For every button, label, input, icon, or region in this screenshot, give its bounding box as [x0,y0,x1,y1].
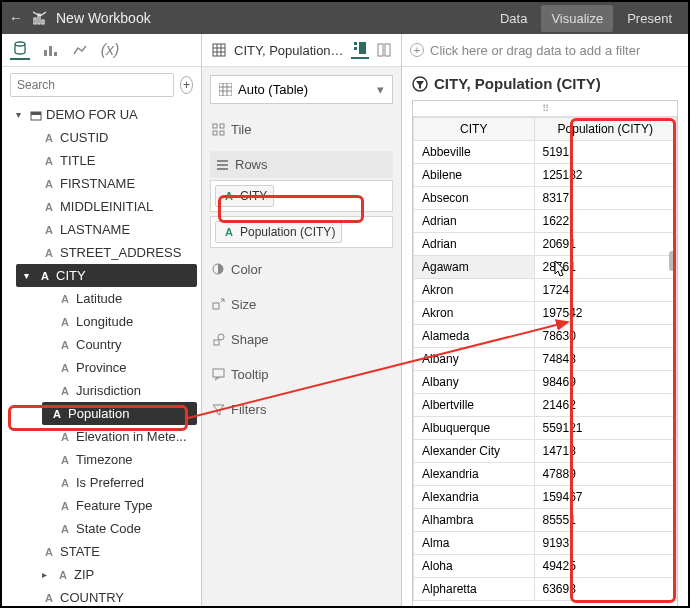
filter-drop-zone[interactable]: + Click here or drag data to add a filte… [402,34,688,67]
config-panel: CITY, Population (CI... Auto (Table)▾ Ti… [202,34,402,608]
data-table: CITY Population (CITY) Abbeville5191Abil… [413,117,677,601]
layout2-icon[interactable] [375,41,393,59]
filter-icon [412,76,428,92]
field-is-preferred[interactable]: AIs Preferred [2,471,201,494]
bar-mode-icon[interactable] [40,40,60,60]
line-mode-icon[interactable] [70,40,90,60]
svg-rect-15 [220,131,224,135]
table-row[interactable]: Aloha49425 [414,555,677,578]
field-state[interactable]: ASTATE [2,540,201,563]
pill-city[interactable]: ACITY [215,185,274,207]
col-city[interactable]: CITY [414,118,535,141]
table-row[interactable]: Albany74843 [414,348,677,371]
tooltip-shelf[interactable]: Tooltip [210,361,393,388]
field-middleinitial[interactable]: AMIDDLEINITIAL [2,195,201,218]
size-shelf[interactable]: Size [210,291,393,318]
svg-rect-8 [354,47,357,50]
table-row[interactable]: Alexander City14718 [414,440,677,463]
svg-rect-13 [220,124,224,128]
field-population[interactable]: APopulation [42,402,197,425]
tab-present[interactable]: Present [617,5,682,32]
svg-rect-9 [378,44,383,56]
field-city[interactable]: ▾ACITY [16,264,197,287]
table-row[interactable]: Akron197542 [414,302,677,325]
add-filter-icon: + [410,43,424,57]
table-row[interactable]: Albertville21462 [414,394,677,417]
field-elevation[interactable]: AElevation in Mete... [2,425,201,448]
cursor-icon [554,260,570,278]
tab-visualize[interactable]: Visualize [541,5,613,32]
search-input[interactable] [10,73,174,97]
filters-shelf[interactable]: Filters [210,396,393,423]
table-row[interactable]: Alhambra85551 [414,509,677,532]
field-province[interactable]: AProvince [2,356,201,379]
svg-rect-17 [213,303,219,309]
table-row[interactable]: Alma9193 [414,532,677,555]
tab-data[interactable]: Data [490,5,537,32]
field-country[interactable]: ACountry [2,333,201,356]
svg-rect-6 [359,42,366,54]
table-row[interactable]: Alpharetta63693 [414,578,677,601]
tile-shelf[interactable]: Tile [210,116,393,143]
svg-rect-10 [385,44,390,56]
table-row[interactable]: Absecon8317 [414,187,677,210]
back-icon[interactable]: ← [8,10,24,26]
table-row[interactable]: Agawam28761 [414,256,677,279]
calc-mode-icon[interactable]: (x) [100,40,120,60]
rows-shelf-2[interactable]: APopulation (CITY) [210,216,393,248]
table-row[interactable]: Alexandria159467 [414,486,677,509]
add-data-button[interactable]: + [180,76,193,94]
field-custid[interactable]: ACUSTID [2,126,201,149]
field-jurisdiction[interactable]: AJurisdiction [2,379,201,402]
rows-shelf-label: Rows [210,151,393,178]
pill-population[interactable]: APopulation (CITY) [215,221,342,243]
svg-rect-4 [31,112,41,115]
field-timezone[interactable]: ATimezone [2,448,201,471]
field-country-top[interactable]: ACOUNTRY [2,586,201,608]
svg-rect-1 [49,46,52,56]
field-state-code[interactable]: AState Code [2,517,201,540]
color-shelf[interactable]: Color [210,256,393,283]
field-lastname[interactable]: ALASTNAME [2,218,201,241]
table-row[interactable]: Adrian20691 [414,233,677,256]
field-title[interactable]: ATITLE [2,149,201,172]
field-street-address[interactable]: ASTREET_ADDRESS [2,241,201,264]
data-panel: (x) + ▾DEMO FOR UA ACUSTID ATITLE AFIRST… [2,34,202,608]
field-zip[interactable]: ▸AZIP [2,563,201,586]
table-row[interactable]: Albany98469 [414,371,677,394]
svg-rect-19 [214,340,219,345]
data-mode-icon[interactable] [10,40,30,60]
data-table-container: ⠿ CITY Population (CITY) Abbeville5191Ab… [412,100,678,608]
shape-shelf[interactable]: Shape [210,326,393,353]
rows-shelf[interactable]: ACITY [210,180,393,212]
visualization-panel: + Click here or drag data to add a filte… [402,34,688,608]
field-firstname[interactable]: AFIRSTNAME [2,172,201,195]
topbar: ← New Workbook Data Visualize Present [2,2,688,34]
config-breadcrumb[interactable]: CITY, Population (CI... [234,43,345,58]
table-row[interactable]: Alameda78630 [414,325,677,348]
scrollbar-thumb[interactable] [669,251,675,271]
svg-rect-5 [213,44,225,56]
svg-point-18 [218,334,224,340]
svg-rect-7 [354,42,357,45]
table-row[interactable]: Akron1724 [414,279,677,302]
field-feature-type[interactable]: AFeature Type [2,494,201,517]
svg-rect-12 [213,124,217,128]
field-latitude[interactable]: ALatitude [2,287,201,310]
svg-rect-14 [213,131,217,135]
workbook-title: New Workbook [56,10,151,26]
table-row[interactable]: Abilene125182 [414,164,677,187]
svg-rect-0 [44,50,47,56]
svg-rect-11 [219,83,232,96]
table-row[interactable]: Alexandria47889 [414,463,677,486]
svg-rect-2 [54,52,57,56]
table-row[interactable]: Adrian1622 [414,210,677,233]
table-row[interactable]: Abbeville5191 [414,141,677,164]
layout1-icon[interactable] [351,41,369,59]
viz-type-select[interactable]: Auto (Table)▾ [210,75,393,104]
field-longitude[interactable]: ALongitude [2,310,201,333]
table-row[interactable]: Albuquerque559121 [414,417,677,440]
col-population[interactable]: Population (CITY) [534,118,677,141]
drag-handle[interactable]: ⠿ [413,101,677,117]
tree-root[interactable]: ▾DEMO FOR UA [2,103,201,126]
